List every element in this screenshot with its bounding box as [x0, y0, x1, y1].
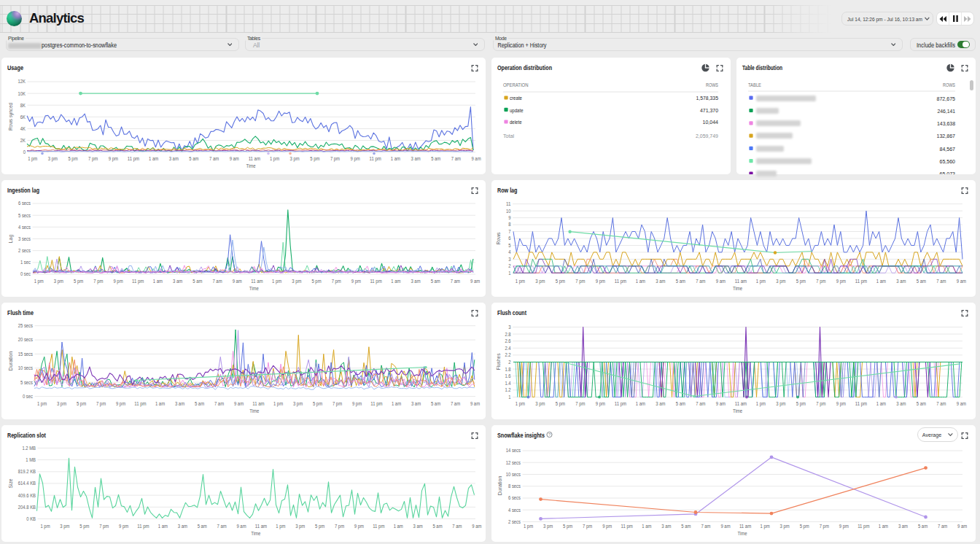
svg-text:10 secs: 10 secs [18, 365, 34, 370]
svg-text:3 pm: 3 pm [290, 156, 300, 162]
svg-text:10,044: 10,044 [703, 119, 719, 125]
svg-text:7 am: 7 am [452, 524, 462, 529]
svg-text:9 am: 9 am [472, 524, 481, 529]
svg-text:9 pm: 9 pm [839, 524, 849, 529]
svg-text:7 pm: 7 pm [583, 524, 592, 529]
svg-text:10K: 10K [18, 91, 26, 96]
svg-text:8: 8 [508, 222, 510, 227]
svg-text:7 pm: 7 pm [335, 524, 344, 529]
svg-text:6 secs: 6 secs [508, 495, 521, 500]
svg-text:1: 1 [508, 271, 510, 276]
svg-text:1 pm: 1 pm [37, 401, 47, 407]
svg-text:1 pm: 1 pm [524, 524, 533, 529]
svg-text:5 am: 5 am [676, 401, 685, 406]
svg-text:11 pm: 11 pm [621, 524, 633, 529]
svg-text:5 am: 5 am [431, 279, 440, 284]
svg-text:4 secs: 4 secs [18, 225, 31, 230]
svg-text:12K: 12K [18, 79, 26, 84]
svg-text:1 am: 1 am [392, 401, 401, 406]
svg-text:3 am: 3 am [411, 401, 421, 406]
svg-text:9 am: 9 am [716, 279, 726, 284]
svg-text:Jul 14, 12:26 pm - Jul 16, 10:: Jul 14, 12:26 pm - Jul 16, 10:13 am [847, 16, 922, 23]
svg-text:11 pm: 11 pm [128, 156, 139, 162]
svg-text:1 am: 1 am [394, 524, 403, 529]
svg-text:9 am: 9 am [230, 156, 239, 161]
svg-text:9 am: 9 am [236, 524, 246, 529]
svg-text:7 pm: 7 pm [96, 401, 106, 407]
svg-text:11 am: 11 am [255, 524, 267, 529]
svg-text:Replication slot: Replication slot [7, 432, 46, 439]
svg-text:create: create [510, 95, 522, 101]
svg-text:25 secs: 25 secs [18, 323, 34, 328]
svg-text:1.4: 1.4 [505, 381, 510, 386]
svg-text:1 pm: 1 pm [516, 279, 525, 284]
svg-text:11: 11 [506, 201, 511, 206]
svg-text:3 am: 3 am [413, 524, 423, 529]
svg-text:11 pm: 11 pm [858, 524, 869, 529]
svg-text:1 pm: 1 pm [34, 279, 44, 284]
svg-text:9 am: 9 am [234, 401, 244, 406]
svg-text:11 pm: 11 pm [373, 524, 384, 529]
svg-text:5 pm: 5 pm [563, 524, 572, 529]
svg-text:Row lag: Row lag [497, 187, 518, 194]
svg-text:Duration: Duration [497, 475, 502, 495]
svg-text:5 pm: 5 pm [556, 279, 565, 284]
svg-text:1 am: 1 am [642, 524, 651, 529]
svg-text:11 am: 11 am [249, 156, 260, 161]
svg-text:7 am: 7 am [696, 279, 705, 284]
svg-text:10 secs: 10 secs [506, 472, 521, 477]
svg-text:14 secs: 14 secs [506, 448, 521, 453]
svg-text:7 am: 7 am [451, 401, 460, 406]
svg-text:3 am: 3 am [178, 524, 187, 529]
svg-text:Average: Average [922, 432, 942, 438]
svg-text:3 pm: 3 pm [292, 279, 301, 284]
svg-text:3 am: 3 am [411, 156, 421, 161]
svg-text:8K: 8K [20, 103, 26, 108]
svg-text:132,867: 132,867 [937, 133, 956, 139]
svg-text:9 am: 9 am [233, 279, 242, 284]
svg-text:84,567: 84,567 [940, 146, 956, 152]
svg-text:7 pm: 7 pm [575, 279, 585, 284]
svg-text:Operation distribution: Operation distribution [497, 64, 552, 71]
svg-text:5 am: 5 am [431, 401, 440, 406]
svg-text:Flushes: Flushes [496, 353, 501, 370]
svg-text:Time: Time [737, 531, 747, 536]
svg-text:5 pm: 5 pm [315, 524, 324, 529]
svg-text:6: 6 [508, 236, 510, 241]
svg-text:0 sec: 0 sec [20, 271, 31, 276]
svg-text:4 secs: 4 secs [508, 508, 521, 513]
svg-text:11 pm: 11 pm [855, 279, 867, 284]
svg-text:11 am: 11 am [735, 279, 747, 284]
svg-text:1.2 MB: 1.2 MB [22, 446, 36, 451]
svg-text:1.8: 1.8 [505, 367, 510, 372]
svg-text:5 am: 5 am [431, 156, 440, 161]
svg-text:5 pm: 5 pm [796, 401, 806, 407]
svg-text:1 pm: 1 pm [270, 156, 279, 162]
svg-text:819.2 KB: 819.2 KB [18, 469, 36, 474]
svg-text:2.6: 2.6 [505, 338, 510, 343]
svg-text:4K: 4K [20, 126, 26, 131]
svg-text:7 pm: 7 pm [332, 401, 342, 407]
svg-text:5 pm: 5 pm [556, 401, 565, 407]
svg-text:7 pm: 7 pm [93, 279, 103, 284]
svg-text:11 pm: 11 pm [855, 401, 867, 407]
svg-text:Flush time: Flush time [7, 309, 34, 316]
svg-text:246,141: 246,141 [938, 108, 956, 114]
svg-text:1 am: 1 am [391, 156, 400, 161]
svg-text:9 am: 9 am [716, 401, 726, 406]
svg-text:9 pm: 9 pm [354, 524, 364, 529]
svg-text:3 am: 3 am [173, 279, 182, 284]
svg-text:2: 2 [508, 263, 510, 268]
svg-text:5 am: 5 am [681, 524, 691, 529]
svg-text:7 pm: 7 pm [330, 156, 340, 162]
svg-text:0: 0 [23, 149, 26, 155]
svg-text:1: 1 [508, 395, 510, 400]
svg-text:1 pm: 1 pm [273, 401, 283, 407]
svg-text:7 pm: 7 pm [575, 401, 585, 407]
svg-text:5 pm: 5 pm [313, 401, 322, 407]
svg-text:9: 9 [508, 215, 510, 220]
svg-text:11 am: 11 am [739, 524, 751, 529]
svg-text:1 am: 1 am [636, 401, 645, 406]
svg-text:2: 2 [508, 360, 510, 365]
svg-text:204.8 KB: 204.8 KB [18, 505, 36, 510]
